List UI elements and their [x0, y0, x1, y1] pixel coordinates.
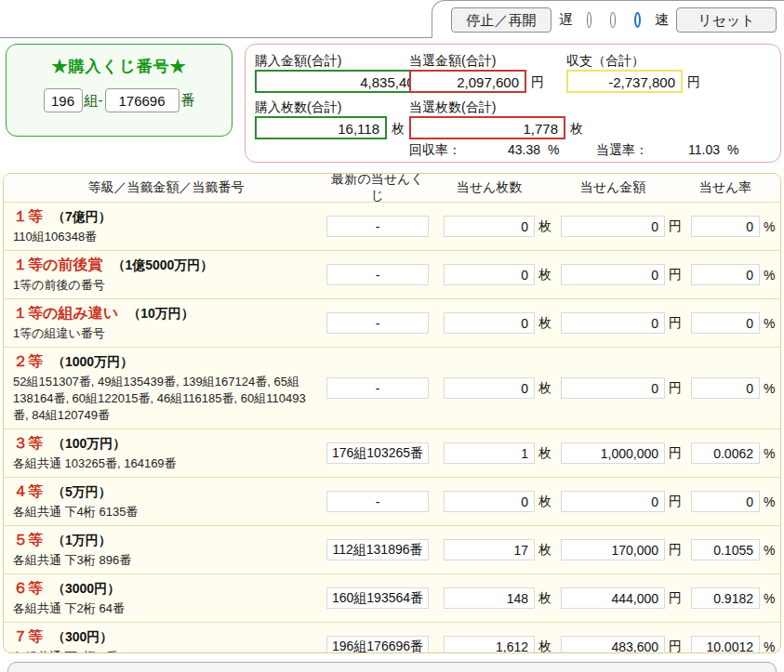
winning-rate-box: 0 [691, 216, 760, 237]
winning-count-box: 0 [444, 377, 535, 399]
latest-winning-ticket-box: 196組176696番 [326, 636, 429, 653]
prize-tier-amount: （1万円） [52, 533, 112, 547]
speed-slow-label: 遅 [559, 11, 573, 29]
amount-unit-label: 円 [665, 590, 691, 607]
winning-count-box: 148 [444, 587, 535, 609]
table-row: ７等（300円） 各組共通 下1桁 6番 196組176696番 1,612 枚… [4, 623, 780, 653]
prize-tier-cell: １等の前後賞（1億5000万円） 1等の前後の番号 [4, 256, 326, 294]
recovery-rate-label: 回収率： [409, 142, 461, 159]
prize-results-table: 等級／当籤金額／当籤番号 最新の当せんくじ 当せん枚数 当せん金額 当せん率 １… [3, 173, 781, 653]
recovery-rate-value: 43.38 [489, 142, 540, 157]
rate-unit-label: % [760, 543, 780, 558]
speed-radio-medium[interactable] [610, 12, 615, 28]
prize-tier-amount: （10万円） [127, 306, 194, 321]
prize-tier-cell: ３等（100万円） 各組共通 103265番, 164169番 [4, 434, 326, 472]
winning-number-description: 各組共通 下1桁 6番 [13, 649, 319, 653]
winning-count-box: 17 [444, 539, 535, 560]
winning-amount-box: 170,000 [561, 539, 665, 560]
balance-label: 収支（合計） [566, 53, 644, 70]
winning-count-box: 0 [444, 491, 535, 512]
winning-number-description: 1等の組違い番号 [13, 325, 319, 342]
latest-winning-ticket-box: - [326, 491, 429, 512]
prize-tier-cell: ７等（300円） 各組共通 下1桁 6番 [4, 627, 326, 653]
table-row: ５等（1万円） 各組共通 下3桁 896番 112組131896番 17 枚 1… [4, 526, 780, 574]
winning-rate-box: 0 [691, 491, 760, 512]
count-unit-label: 枚 [535, 315, 561, 332]
amount-unit-label: 円 [665, 494, 691, 510]
latest-winning-ticket-box: 160組193564番 [326, 587, 429, 609]
amount-unit-label: 円 [665, 267, 691, 283]
prize-tier-cell: ５等（1万円） 各組共通 下3桁 896番 [4, 531, 326, 569]
header-amount-column: 当せん金額 [561, 179, 665, 196]
rate-unit-label: % [760, 446, 780, 461]
rate-unit-label: % [760, 219, 780, 234]
simulation-control-panel: 停止／再開 遅 速 リセット [432, 0, 784, 38]
speed-radio-slow[interactable] [587, 12, 591, 28]
table-row: １等の組み違い（10万円） 1等の組違い番号 - 0 枚 0 円 0 % [4, 299, 780, 348]
win-amount-value: 2,097,600 [409, 70, 526, 93]
purchase-count-unit: 枚 [392, 121, 405, 138]
latest-winning-ticket-box: - [326, 377, 429, 399]
number-suffix-label: 番 [181, 92, 195, 110]
purchase-count-label: 購入枚数(合計) [255, 99, 341, 116]
table-row: ４等（5万円） 各組共通 下4桁 6135番 - 0 枚 0 円 0 % [4, 478, 780, 526]
recovery-rate-unit: % [548, 142, 559, 157]
purchase-number-panel: ★購入くじ番号★ 組- 番 [6, 44, 233, 137]
win-count-value: 1,778 [409, 116, 565, 139]
rate-unit-label: % [760, 316, 780, 331]
prize-tier-amount: （100万円） [52, 436, 126, 451]
prize-tier-name: ４等 [13, 483, 43, 499]
rate-unit-label: % [760, 268, 780, 283]
totals-panel: 購入金額(合計) 4,835,400 円 当選金額(合計) 2,097,600 … [245, 44, 781, 163]
amount-unit-label: 円 [665, 380, 691, 397]
prize-tier-name: ５等 [13, 532, 43, 547]
prize-tier-cell: ４等（5万円） 各組共通 下4桁 6135番 [4, 482, 326, 520]
winning-count-box: 1,612 [444, 636, 535, 653]
header-rank-column: 等級／当籤金額／当籤番号 [4, 179, 326, 196]
header-latest-column: 最新の当せんくじ [326, 173, 429, 204]
latest-winning-ticket-box: - [326, 216, 429, 237]
count-unit-label: 枚 [535, 639, 561, 654]
prize-tier-amount: （7億円） [52, 209, 112, 224]
latest-winning-ticket-box: 112組131896番 [326, 539, 429, 560]
reset-button[interactable]: リセット [676, 7, 777, 33]
count-unit-label: 枚 [535, 445, 561, 462]
amount-unit-label: 円 [665, 445, 691, 462]
winning-count-box: 0 [444, 216, 535, 237]
prize-tier-name: ７等 [13, 628, 43, 644]
rate-unit-label: % [760, 591, 780, 606]
winning-amount-box: 483,600 [561, 636, 665, 653]
table-row: ２等（1000万円） 52組151307番, 49組135439番, 139組1… [4, 348, 780, 429]
purchase-amount-value: 4,835,400 [255, 70, 430, 93]
prize-tier-name: １等の前後賞 [13, 257, 102, 272]
winning-amount-box: 0 [561, 264, 665, 285]
speed-radio-fast[interactable] [634, 12, 641, 28]
purchase-count-value: 16,118 [255, 116, 387, 139]
winning-count-box: 0 [444, 264, 535, 285]
winning-amount-box: 0 [561, 377, 665, 399]
amount-unit-label: 円 [665, 315, 691, 332]
count-unit-label: 枚 [535, 590, 561, 607]
win-amount-label: 当選金額(合計) [409, 53, 496, 70]
stop-resume-button[interactable]: 停止／再開 [451, 7, 551, 33]
rate-unit-label: % [760, 494, 780, 509]
prize-tier-cell: １等（7億円） 110組106348番 [4, 207, 326, 245]
bottom-panel [7, 662, 777, 672]
win-count-unit: 枚 [570, 121, 583, 138]
win-amount-unit: 円 [531, 74, 544, 91]
prize-tier-cell: ２等（1000万円） 52組151307番, 49組135439番, 139組1… [4, 352, 326, 424]
table-header-row: 等級／当籤金額／当籤番号 最新の当せんくじ 当せん枚数 当せん金額 当せん率 [4, 174, 780, 203]
win-rate-unit: % [727, 142, 738, 157]
winning-count-box: 1 [444, 442, 535, 464]
prize-tier-cell: ６等（3000円） 各組共通 下2桁 64番 [4, 579, 326, 617]
count-unit-label: 枚 [535, 542, 561, 559]
group-suffix-label: 組- [85, 92, 103, 110]
count-unit-label: 枚 [535, 218, 561, 235]
table-row: １等の前後賞（1億5000万円） 1等の前後の番号 - 0 枚 0 円 0 % [4, 251, 780, 299]
amount-unit-label: 円 [665, 218, 691, 235]
latest-winning-ticket-box: 176組103265番 [326, 442, 429, 464]
winning-number-description: 各組共通 下2桁 64番 [13, 600, 319, 617]
ticket-number-input[interactable] [105, 88, 179, 112]
winning-number-description: 各組共通 下4桁 6135番 [13, 504, 319, 520]
group-number-input[interactable] [44, 88, 83, 112]
